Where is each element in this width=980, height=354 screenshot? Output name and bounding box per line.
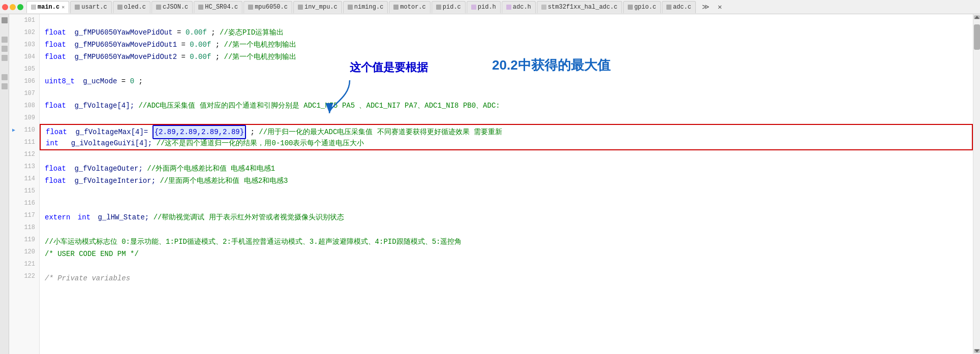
tab-close-all-button[interactable]: ✕: [715, 3, 725, 11]
linenum-113: 113: [18, 163, 39, 170]
tab-icon-oled-c: [117, 5, 122, 10]
tab-niming-c[interactable]: niming.c: [343, 1, 388, 13]
tab-icon-pid-h: [471, 5, 476, 10]
tab-inv-mpu-c[interactable]: inv_mpu.c: [293, 1, 342, 13]
code-line-102: float g_fMPU6050YawMovePidOut = 0.00f ; …: [40, 26, 973, 39]
scrollbar-thumb[interactable]: [974, 24, 980, 50]
linenum-114: 114: [18, 175, 39, 182]
sidebar-icon-2[interactable]: [2, 37, 8, 43]
sidebar-icon-3[interactable]: [2, 46, 8, 52]
tab-motor-c[interactable]: motor.c: [389, 1, 430, 13]
up-arrow-icon: [974, 16, 979, 19]
tab-icon-gpio-c: [628, 5, 633, 10]
tab-oled-c[interactable]: oled.c: [113, 1, 150, 13]
code-line-110: float g_fVoltageMax[4]= {2.89,2.89,2.89,…: [41, 125, 972, 137]
tab-label-pid-c: pid.c: [443, 4, 461, 11]
tab-overflow-button[interactable]: ≫: [699, 3, 713, 11]
code-line-105: [40, 63, 973, 75]
kw-int-117: int: [78, 213, 90, 221]
comment-117: //帮助视觉调试 用于表示红外对管或者视觉摄像头识别状态: [154, 213, 344, 221]
kw-float-103: float: [45, 41, 66, 49]
tab-adc-c[interactable]: adc.c: [662, 1, 696, 13]
linenum-116: 116: [18, 200, 39, 207]
semi-110: ;: [251, 128, 259, 136]
close-button[interactable]: [2, 4, 8, 10]
code-line-113: float g_fVoltageOuter; //外面两个电感差比和值 电感4和…: [40, 163, 973, 175]
tab-adc-h[interactable]: adc.h: [502, 1, 536, 13]
linenum-112: 112: [18, 151, 39, 158]
tab-icon-mpu6050-c: [248, 5, 253, 10]
var-106: g_ucMode: [83, 77, 117, 85]
code-line-121: [40, 260, 973, 272]
sidebar-icon-4[interactable]: [2, 55, 8, 61]
maximize-button[interactable]: [17, 4, 23, 10]
red-highlight-box: float g_fVoltageMax[4]= {2.89,2.89,2.89,…: [40, 124, 973, 150]
sidebar-icon-1[interactable]: [2, 17, 8, 23]
scrollbar-up-arrow[interactable]: [974, 15, 980, 19]
val-103: 0.00f: [190, 41, 211, 49]
tab-mpu6050-c[interactable]: mpu6050.c: [243, 1, 292, 13]
gutter-110: ▶ 110: [9, 124, 39, 136]
linenum-119: 119: [18, 236, 39, 243]
code-line-114: float g_fVoltageInterior; //里面两个电感差比和值 电…: [40, 175, 973, 187]
comment-113: //外面两个电感差比和值 电感4和电感1: [147, 165, 275, 173]
tab-icon-cjson-c: [156, 5, 161, 10]
code-line-111: int g_iVoltageGuiYi[4]; //这不是四个通道归一化的结果，…: [41, 137, 972, 149]
tab-icon-pid-c: [436, 5, 441, 10]
tab-label-pid-h: pid.h: [478, 4, 496, 11]
gutter-121: 121: [9, 258, 39, 270]
tab-label-gpio-c: gpio.c: [634, 4, 656, 11]
tab-icon-main-c: [31, 5, 36, 10]
kw-float-113: float: [45, 165, 66, 173]
linenum-115: 115: [18, 187, 39, 195]
code-line-112: [40, 150, 973, 163]
tab-label-adc-c: adc.c: [673, 4, 691, 11]
gutter-112: 112: [9, 148, 39, 160]
kw-float-104: float: [45, 53, 66, 61]
tab-pid-c[interactable]: pid.c: [432, 1, 466, 13]
var-102: g_fMPU6050YawMovePidOut: [74, 28, 172, 37]
semi-106: ;: [138, 77, 142, 85]
kw-float-110: float: [46, 128, 67, 136]
tab-icon-adc-c: [666, 5, 671, 10]
gutter-101: 101: [9, 14, 39, 26]
sidebar-icon-6[interactable]: [2, 83, 8, 89]
eq-104: =: [181, 53, 190, 61]
tab-label-cjson-c: cJSON.c: [163, 4, 188, 11]
var-110: g_fVoltageMax[4]=: [75, 128, 148, 136]
var-113: g_fVoltageOuter;: [74, 165, 142, 173]
tab-usart-c[interactable]: usart.c: [70, 1, 111, 13]
tab-gpio-c[interactable]: gpio.c: [623, 1, 661, 13]
comment-102: //姿态PID运算输出: [220, 28, 284, 37]
tab-hcsr04-c[interactable]: HC_SR04.c: [194, 1, 242, 13]
gutter-119: 119: [9, 234, 39, 246]
tab-pid-h[interactable]: pid.h: [467, 1, 501, 13]
semi-104: ;: [216, 53, 224, 61]
comment-114: //里面两个电感差比和值 电感2和电感3: [160, 177, 288, 185]
comment-104: //第一个电机控制输出: [224, 53, 297, 61]
tab-close-main-c[interactable]: ✕: [62, 4, 65, 10]
tab-stm32-hal-adc[interactable]: stm32f1xx_hal_adc.c: [537, 1, 622, 13]
code-line-104: float g_fMPU6050YawMovePidOut2 = 0.00f ;…: [40, 51, 973, 63]
down-arrow-icon: [974, 349, 979, 352]
tab-cjson-c[interactable]: cJSON.c: [151, 1, 193, 13]
tab-label-stm32-hal-adc: stm32f1xx_hal_adc.c: [548, 4, 618, 11]
scrollbar-down-arrow[interactable]: [974, 349, 980, 353]
editor-window: main.c ✕ usart.c oled.c cJSON.c HC_SR04.…: [0, 0, 980, 354]
sidebar-icon-5[interactable]: [2, 74, 8, 80]
line-numbers-gutter: 101 102 103 104 105 106: [9, 14, 40, 354]
code-line-103: float g_fMPU6050YawMovePidOut1 = 0.00f ;…: [40, 39, 973, 51]
tab-icon-stm32-hal-adc: [541, 5, 546, 10]
kw-float-102: float: [45, 28, 66, 37]
tab-main-c[interactable]: main.c ✕: [26, 1, 69, 13]
tab-icon-niming-c: [348, 5, 353, 10]
gutter-115: 115: [9, 185, 39, 197]
code-content-area: float g_fMPU6050YawMovePidOut = 0.00f ; …: [40, 14, 973, 354]
minimize-button[interactable]: [10, 4, 16, 10]
editor-body: 101 102 103 104 105 106: [0, 14, 980, 354]
code-line-120: /* USER CODE END PM */: [40, 248, 973, 260]
left-sidebar-icons: [0, 14, 9, 354]
window-controls[interactable]: [2, 4, 23, 10]
vertical-scrollbar[interactable]: [973, 14, 980, 354]
gutter-118: 118: [9, 221, 39, 234]
